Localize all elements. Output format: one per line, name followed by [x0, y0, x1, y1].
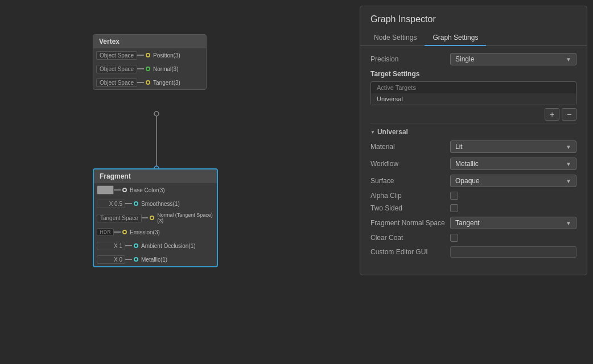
port-name-basecolor: Base Color(3)	[130, 187, 165, 193]
val-label-ao: X 1	[97, 242, 125, 250]
vertex-label-tangent: Object Space	[96, 78, 137, 87]
fragment-row-normal: Tangent Space Normal (Tangent Space)(3)	[94, 210, 217, 225]
fragment-row-ao: X 1 Ambient Occlusion(1)	[94, 239, 217, 253]
port-name-position: Position(3)	[153, 52, 180, 59]
custom-editor-gui-label: Custom Editor GUI	[370, 248, 450, 256]
inspector-panel: Graph Inspector Node Settings Graph Sett…	[360, 6, 587, 275]
two-sided-label: Two Sided	[370, 204, 450, 212]
material-label: Material	[370, 143, 450, 151]
port-name-normal: Normal (Tangent Space)(3)	[157, 212, 217, 224]
port-name-ao: Ambient Occlusion(1)	[141, 243, 196, 249]
tab-graph-settings[interactable]: Graph Settings	[425, 30, 486, 46]
custom-editor-gui-row: Custom Editor GUI	[370, 246, 576, 258]
vertex-row-position: Object Space Position(3)	[93, 48, 206, 62]
precision-value: Single	[455, 55, 474, 63]
surface-value: Opaque	[455, 177, 480, 185]
vertex-node: Vertex Object Space Position(3) Object S…	[93, 34, 207, 90]
port-dot-tangent	[146, 80, 150, 85]
port-dot-position	[146, 53, 150, 57]
port-dot-emission	[122, 230, 127, 234]
clear-coat-checkbox[interactable]	[450, 234, 458, 242]
fragment-row-smoothness: X 0.5 Smoothness(1)	[94, 197, 217, 210]
active-targets-header: Active Targets	[371, 82, 576, 93]
alpha-clip-checkbox[interactable]	[450, 192, 458, 200]
workflow-dropdown[interactable]: Metallic ▼	[450, 158, 576, 170]
port-name-normal: Normal(3)	[153, 66, 178, 72]
val-label-metallic: X 0	[97, 255, 125, 264]
material-row: Material Lit ▼	[370, 140, 576, 153]
surface-row: Surface Opaque ▼	[370, 175, 576, 187]
target-settings-label: Target Settings	[370, 70, 576, 78]
port-line	[137, 82, 144, 83]
custom-editor-gui-input[interactable]	[450, 246, 576, 258]
port-line	[137, 68, 144, 69]
vertex-row-normal: Object Space Normal(3)	[93, 62, 206, 76]
port-name-smoothness: Smoothness(1)	[141, 201, 180, 207]
tab-node-settings[interactable]: Node Settings	[366, 30, 425, 46]
clear-coat-row: Clear Coat	[370, 234, 576, 242]
vertex-node-title: Vertex	[93, 35, 206, 48]
port-dot-normal	[150, 216, 154, 220]
fragment-normal-space-dropdown[interactable]: Tangent ▼	[450, 217, 576, 229]
surface-dropdown[interactable]: Opaque ▼	[450, 175, 576, 187]
workflow-dropdown-arrow: ▼	[566, 161, 571, 167]
fragment-node-title: Fragment	[94, 169, 217, 183]
workflow-value: Metallic	[455, 160, 479, 168]
surface-dropdown-arrow: ▼	[566, 178, 571, 184]
port-line	[125, 203, 132, 204]
port-line	[125, 259, 132, 260]
workflow-row: Workflow Metallic ▼	[370, 158, 576, 170]
port-dot-normal	[146, 67, 150, 71]
val-label-smoothness: X 0.5	[97, 200, 125, 208]
port-name-metallic: Metallic(1)	[141, 257, 167, 263]
section-divider	[370, 123, 576, 123]
precision-row: Precision Single ▼	[370, 53, 576, 65]
add-target-button[interactable]: +	[545, 108, 559, 121]
precision-dropdown-arrow: ▼	[566, 56, 571, 63]
precision-label: Precision	[370, 55, 450, 63]
inspector-body: Precision Single ▼ Target Settings Activ…	[360, 46, 587, 269]
two-sided-row: Two Sided	[370, 204, 576, 212]
material-dropdown[interactable]: Lit ▼	[450, 140, 576, 153]
inspector-tabs: Node Settings Graph Settings	[360, 30, 587, 46]
port-name-emission: Emission(3)	[130, 229, 160, 235]
port-line	[137, 55, 144, 56]
precision-dropdown[interactable]: Single ▼	[450, 53, 576, 65]
fragment-row-metallic: X 0 Metallic(1)	[94, 253, 217, 266]
port-dot-smoothness	[134, 201, 138, 206]
clear-coat-label: Clear Coat	[370, 234, 450, 242]
port-line	[142, 217, 149, 218]
fragment-normal-space-value: Tangent	[455, 219, 480, 227]
port-dot-metallic	[134, 257, 138, 262]
port-line	[125, 245, 132, 246]
vertex-label-position: Object Space	[96, 51, 137, 60]
port-line	[114, 189, 121, 191]
two-sided-checkbox[interactable]	[450, 204, 458, 212]
active-targets-item[interactable]: Universal	[371, 93, 576, 105]
triangle-icon: ▼	[370, 130, 375, 135]
hdr-label-emission: HDR	[97, 228, 114, 236]
port-dot-basecolor	[122, 188, 127, 192]
port-dot-ao	[134, 243, 138, 248]
remove-target-button[interactable]: −	[562, 108, 576, 121]
fragment-node: Fragment Base Color(3) X 0.5 Smoothness(…	[93, 168, 218, 267]
material-dropdown-arrow: ▼	[566, 144, 571, 150]
fragment-label-normal: Tangent Space	[97, 214, 142, 222]
alpha-clip-label: Alpha Clip	[370, 192, 450, 200]
material-value: Lit	[455, 143, 463, 151]
alpha-clip-row: Alpha Clip	[370, 192, 576, 200]
fragment-normal-space-dropdown-arrow: ▼	[566, 220, 571, 226]
canvas-area: Vertex Object Space Position(3) Object S…	[0, 0, 296, 364]
inspector-title: Graph Inspector	[360, 6, 587, 30]
vertex-row-tangent: Object Space Tangent(3)	[93, 76, 206, 89]
color-swatch-basecolor	[97, 185, 114, 195]
port-line	[114, 231, 121, 233]
universal-label: Universal	[377, 128, 408, 136]
vertex-label-normal: Object Space	[96, 65, 137, 73]
workflow-label: Workflow	[370, 160, 450, 168]
surface-label: Surface	[370, 177, 450, 185]
svg-point-1	[154, 111, 159, 116]
target-box: Active Targets Universal	[370, 81, 576, 105]
target-buttons: + −	[370, 108, 576, 121]
fragment-normal-space-row: Fragment Normal Space Tangent ▼	[370, 217, 576, 229]
